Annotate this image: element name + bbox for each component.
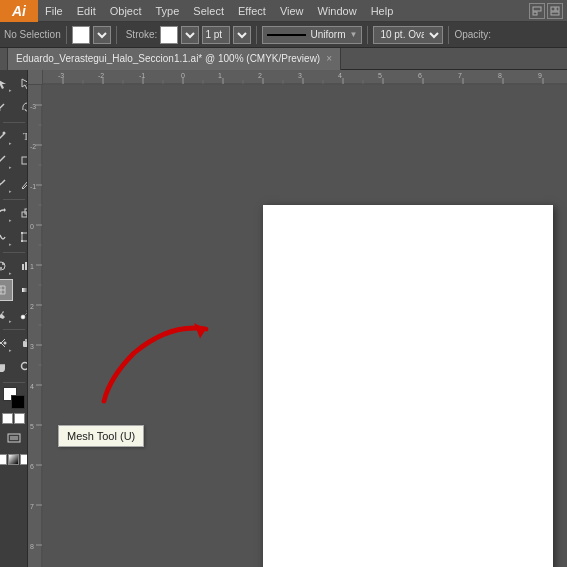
tab-close-button[interactable]: × xyxy=(326,53,332,64)
toolbar-sep-2 xyxy=(116,26,117,44)
svg-line-7 xyxy=(0,104,4,110)
menu-help[interactable]: Help xyxy=(364,3,401,19)
column-graph-tool-button[interactable]: ▸ xyxy=(14,255,28,277)
workspace-icon xyxy=(529,3,545,19)
svg-rect-17 xyxy=(21,232,23,234)
svg-text:5: 5 xyxy=(378,72,382,79)
menu-bar: Ai File Edit Object Type Select Effect V… xyxy=(0,0,567,22)
lasso-tool-button[interactable] xyxy=(14,96,28,118)
svg-marker-13 xyxy=(4,208,6,212)
svg-text:9: 9 xyxy=(538,72,542,79)
svg-text:2: 2 xyxy=(30,303,34,310)
color-button[interactable] xyxy=(0,454,7,465)
drawing-surface xyxy=(43,85,567,567)
svg-text:4: 4 xyxy=(30,383,34,390)
stroke-color-select[interactable]: ▼ xyxy=(181,26,199,44)
normal-mode-button[interactable] xyxy=(2,413,13,424)
ruler-vertical: -3 -2 -1 0 1 2 3 4 5 6 7 8 9 xyxy=(28,85,43,567)
toolbar-row: No Selection ▼ Stroke: ▼ ▼ Uniform ▼ 10 … xyxy=(0,22,567,48)
eyedropper-tool-button[interactable]: ▸ xyxy=(0,303,13,325)
direct-selection-tool-button[interactable]: ▸ xyxy=(14,72,28,94)
gradient-tool-button[interactable] xyxy=(14,279,28,301)
uniform-label: Uniform xyxy=(310,29,345,40)
brush-style-select[interactable]: 10 pt. Oval xyxy=(373,26,443,44)
svg-point-23 xyxy=(2,263,4,265)
none-button[interactable] xyxy=(20,454,28,465)
svg-rect-43 xyxy=(25,339,27,342)
menu-edit[interactable]: Edit xyxy=(70,3,103,19)
svg-text:7: 7 xyxy=(30,503,34,510)
hand-tool-button[interactable] xyxy=(0,356,13,378)
scissors-tool-button[interactable]: ▸ xyxy=(0,332,13,354)
stroke-color-swatch[interactable] xyxy=(160,26,178,44)
opacity-label: Opacity: xyxy=(454,29,491,40)
gradient-button[interactable] xyxy=(8,454,19,465)
behind-mode-button[interactable] xyxy=(14,413,25,424)
stroke-profile-preview[interactable]: Uniform ▼ xyxy=(262,26,362,44)
svg-text:8: 8 xyxy=(30,543,34,550)
line-segment-tool-button[interactable]: ▸ xyxy=(0,149,13,171)
menu-file[interactable]: File xyxy=(38,3,70,19)
menu-type[interactable]: Type xyxy=(149,3,187,19)
document-tab-title: Eduardo_Verastegui_Halo_Seccion1.1.ai* @… xyxy=(16,53,320,64)
left-toolbar: ▸ ▸ ▸ xyxy=(0,70,28,567)
type-tool-button[interactable]: T ▸ xyxy=(14,125,28,147)
svg-text:5: 5 xyxy=(30,423,34,430)
rotate-tool-button[interactable]: ▸ xyxy=(0,202,13,224)
canvas-area: -3 -2 -1 0 1 2 3 4 5 6 7 8 9 xyxy=(28,70,567,567)
free-transform-tool-button[interactable] xyxy=(14,226,28,248)
tool-sep-2 xyxy=(3,199,25,200)
fill-select[interactable]: ▼ xyxy=(93,26,111,44)
selection-tool-button[interactable]: ▸ xyxy=(0,72,13,94)
svg-text:0: 0 xyxy=(30,223,34,230)
stroke-width-input[interactable] xyxy=(202,26,230,44)
mesh-tool-button[interactable] xyxy=(0,279,13,301)
paintbrush-tool-button[interactable]: ▸ xyxy=(0,173,13,195)
main-area: ▸ ▸ ▸ xyxy=(0,70,567,567)
svg-text:-2: -2 xyxy=(30,143,36,150)
svg-text:4: 4 xyxy=(338,72,342,79)
svg-text:-1: -1 xyxy=(30,183,36,190)
symbol-sprayer-tool-button[interactable]: ▸ xyxy=(0,255,13,277)
svg-text:6: 6 xyxy=(418,72,422,79)
fill-color-swatch[interactable] xyxy=(72,26,90,44)
svg-point-24 xyxy=(0,267,2,269)
pen-tool-button[interactable]: ▸ xyxy=(0,125,13,147)
stroke-unit-select[interactable]: ▼ xyxy=(233,26,251,44)
svg-text:2: 2 xyxy=(258,72,262,79)
svg-text:0: 0 xyxy=(181,72,185,79)
svg-rect-1 xyxy=(533,12,537,15)
svg-text:8: 8 xyxy=(498,72,502,79)
color-boxes[interactable] xyxy=(3,387,25,409)
tooltip-text: Mesh Tool (U) xyxy=(67,430,135,442)
blend-tool-button[interactable] xyxy=(14,303,28,325)
menu-select[interactable]: Select xyxy=(186,3,231,19)
screen-mode-button[interactable] xyxy=(2,427,26,449)
svg-text:1: 1 xyxy=(30,263,34,270)
selection-label: No Selection xyxy=(4,29,61,40)
rectangle-tool-button[interactable]: ▸ xyxy=(14,149,28,171)
eraser-tool-button[interactable]: ▸ xyxy=(14,332,28,354)
menu-effect[interactable]: Effect xyxy=(231,3,273,19)
magic-wand-tool-button[interactable] xyxy=(0,96,13,118)
svg-text:-3: -3 xyxy=(30,103,36,110)
document-tab[interactable]: Eduardo_Verastegui_Halo_Seccion1.1.ai* @… xyxy=(8,48,341,70)
zoom-tool-button[interactable] xyxy=(14,356,28,378)
svg-rect-2 xyxy=(551,7,555,11)
menu-object[interactable]: Object xyxy=(103,3,149,19)
stroke-line-preview xyxy=(267,34,306,36)
scale-tool-button[interactable]: ▸ xyxy=(14,202,28,224)
warp-tool-button[interactable]: ▸ xyxy=(0,226,13,248)
pencil-tool-button[interactable]: ▸ xyxy=(14,173,28,195)
svg-point-41 xyxy=(4,342,7,345)
toolbar-sep-3 xyxy=(256,26,257,44)
svg-text:-1: -1 xyxy=(139,72,145,79)
tool-sep-4 xyxy=(3,329,25,330)
svg-text:7: 7 xyxy=(458,72,462,79)
svg-rect-3 xyxy=(556,7,559,11)
svg-marker-116 xyxy=(194,323,206,339)
background-color[interactable] xyxy=(11,395,25,409)
tool-sep-3 xyxy=(3,252,25,253)
menu-view[interactable]: View xyxy=(273,3,311,19)
menu-window[interactable]: Window xyxy=(311,3,364,19)
